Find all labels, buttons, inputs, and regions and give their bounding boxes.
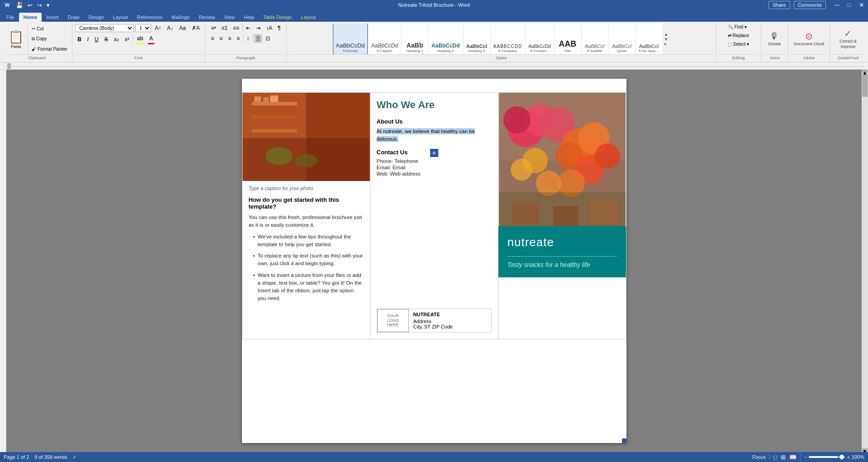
web-layout-view-button[interactable]: ⊞ bbox=[781, 454, 786, 461]
logo-placeholder[interactable]: YOUR LOGO HERE bbox=[377, 309, 409, 332]
replace-button[interactable]: ⇄ Replace bbox=[726, 32, 751, 39]
about-text[interactable]: At nutreate, we believe that healthy can… bbox=[377, 128, 492, 143]
share-button[interactable]: Share bbox=[768, 1, 790, 9]
italic-button[interactable]: I bbox=[85, 35, 91, 44]
bullet-item-2[interactable]: • To replace any tip text (such as this)… bbox=[249, 252, 364, 268]
tab-insert[interactable]: Insert bbox=[42, 13, 63, 22]
font-size-select[interactable]: 11 bbox=[135, 24, 151, 32]
close-button[interactable]: ✕ bbox=[859, 1, 864, 9]
document-cloud-button[interactable]: ⊙ Document Cloud bbox=[791, 30, 827, 48]
style-nospace-button[interactable]: AaBbCcI ¶ No Spac... bbox=[636, 24, 662, 54]
correct-improve-button[interactable]: ✓ Correct & Improve bbox=[837, 28, 859, 50]
style-subtitle-button[interactable]: AaBbCcI ¶ Subtitle bbox=[582, 24, 608, 54]
font-family-select[interactable]: Cambria (Body) bbox=[75, 24, 134, 32]
font-color-button[interactable]: A bbox=[147, 34, 156, 43]
justify-button[interactable]: ≡ bbox=[234, 34, 242, 43]
style-normal-button[interactable]: AaBbCcDd ¶ Normal bbox=[333, 24, 367, 54]
sort-button[interactable]: ↕A bbox=[264, 24, 275, 33]
style-caption-button[interactable]: AaBbCcDd ¶ Caption bbox=[369, 24, 401, 54]
tab-tabledesign[interactable]: Table Design bbox=[259, 13, 297, 22]
zoom-in-button[interactable]: + bbox=[847, 454, 849, 460]
shading-button[interactable]: ▒ bbox=[254, 34, 262, 43]
subscript-button[interactable]: x₂ bbox=[112, 35, 121, 44]
zoom-out-button[interactable]: − bbox=[804, 454, 807, 460]
print-layout-view-button[interactable]: □ bbox=[773, 454, 777, 461]
read-mode-button[interactable]: 📖 bbox=[789, 454, 797, 461]
question-heading[interactable]: How do you get started with this templat… bbox=[249, 196, 364, 210]
comments-button[interactable]: Comments bbox=[794, 1, 826, 9]
tab-draw[interactable]: Draw bbox=[63, 13, 84, 22]
minimize-button[interactable]: ─ bbox=[835, 1, 840, 9]
zoom-slider-track[interactable] bbox=[809, 456, 845, 458]
format-painter-button[interactable]: 🖌 Format Painter bbox=[30, 46, 69, 52]
zoom-slider-thumb[interactable] bbox=[840, 455, 844, 459]
strikethrough-button[interactable]: S bbox=[102, 35, 110, 44]
align-right-button[interactable]: ≡ bbox=[226, 34, 233, 43]
font-size-increase-button[interactable]: A↑ bbox=[152, 24, 163, 33]
copy-button[interactable]: ⧉ Copy bbox=[30, 35, 69, 43]
tab-view[interactable]: View bbox=[219, 13, 239, 22]
styles-scroll-down[interactable]: ▼ bbox=[664, 37, 669, 42]
increase-indent-button[interactable]: ⇥ bbox=[254, 24, 263, 33]
redo-qat-button[interactable]: ↪ bbox=[36, 1, 43, 10]
bullet-item-3[interactable]: • Want to insert a picture from your fil… bbox=[249, 271, 364, 303]
find-button[interactable]: 🔍 Find ▾ bbox=[726, 24, 749, 30]
tab-references[interactable]: References bbox=[133, 13, 167, 22]
tab-help[interactable]: Help bbox=[239, 13, 259, 22]
style-heading3-button[interactable]: AaBbCcI Heading 3 bbox=[464, 24, 490, 54]
bullet-item-1[interactable]: • We've included a few tips throughout t… bbox=[249, 233, 364, 249]
numbering-button[interactable]: ≡1 bbox=[219, 24, 230, 33]
multilevel-list-button[interactable]: ≡≡ bbox=[231, 24, 242, 33]
footer-contact[interactable]: NUTREATE Address City, ST ZIP Code bbox=[409, 309, 457, 332]
borders-button[interactable]: ⊡ bbox=[263, 34, 272, 43]
about-us-heading[interactable]: About Us bbox=[377, 118, 492, 125]
clear-formatting-button[interactable]: ✗A bbox=[190, 24, 202, 33]
scrollbar-thumb[interactable] bbox=[862, 74, 868, 97]
scrollbar-down-button[interactable]: ▼ bbox=[862, 448, 868, 452]
photo-caption[interactable]: Type a caption for your photo bbox=[249, 186, 364, 191]
tab-mailings[interactable]: Mailings bbox=[167, 13, 194, 22]
text-highlight-button[interactable]: ab bbox=[135, 34, 146, 43]
brand-name[interactable]: nutreate bbox=[508, 235, 617, 249]
styles-scroll-up[interactable]: ▲ bbox=[664, 32, 669, 37]
bullets-button[interactable]: ≡• bbox=[209, 24, 218, 33]
select-button[interactable]: ⬚ Select ▾ bbox=[726, 41, 751, 48]
dictate-button[interactable]: 🎙 Dictate bbox=[765, 30, 783, 48]
customize-qat-button[interactable]: ▾ bbox=[45, 1, 51, 10]
tab-layout2[interactable]: Layout bbox=[296, 13, 320, 22]
show-formatting-button[interactable]: ¶ bbox=[275, 24, 283, 33]
web-item[interactable]: Web: Web address bbox=[377, 171, 492, 176]
style-title-button[interactable]: AAB Title bbox=[555, 24, 581, 54]
undo-qat-button[interactable]: ↩ bbox=[26, 1, 34, 10]
tab-review[interactable]: Review bbox=[194, 13, 219, 22]
page-resize-handle[interactable] bbox=[622, 438, 626, 443]
spelling-check-icon[interactable]: ✓ bbox=[72, 454, 76, 460]
paste-button[interactable]: 📋 Paste bbox=[5, 24, 28, 54]
tab-layout[interactable]: Layout bbox=[109, 13, 133, 22]
table-move-handle[interactable]: ⊕ bbox=[430, 149, 438, 157]
align-left-button[interactable]: ≡ bbox=[209, 34, 216, 43]
tab-file[interactable]: File bbox=[2, 13, 19, 22]
tagline[interactable]: Tasty snacks for a healthy life bbox=[508, 261, 617, 268]
who-we-are-heading[interactable]: Who We Are bbox=[377, 99, 492, 111]
align-center-button[interactable]: ≡ bbox=[217, 34, 225, 43]
cut-button[interactable]: ✂ Cut bbox=[30, 25, 69, 32]
style-company-button[interactable]: AABBCCDD ¶ Company bbox=[491, 24, 525, 54]
tab-home[interactable]: Home bbox=[19, 13, 42, 22]
vertical-scrollbar[interactable]: ▲ ▼ bbox=[862, 70, 868, 452]
save-qat-button[interactable]: 💾 bbox=[14, 1, 24, 10]
bold-button[interactable]: B bbox=[75, 35, 84, 44]
scrollbar-up-button[interactable]: ▲ bbox=[862, 70, 868, 73]
tab-design[interactable]: Design bbox=[84, 13, 108, 22]
focus-label[interactable]: Focus bbox=[752, 454, 766, 460]
styles-more[interactable]: ▾ bbox=[664, 42, 669, 47]
intro-text[interactable]: You can use this fresh, professional bro… bbox=[249, 214, 364, 229]
style-contact-button[interactable]: AaBbCcDd ¶ Contact... bbox=[526, 24, 553, 54]
phone-item[interactable]: Phone: Telephone bbox=[377, 158, 492, 164]
line-spacing-button[interactable]: ↕ bbox=[244, 34, 251, 43]
font-size-decrease-button[interactable]: A↓ bbox=[165, 24, 175, 33]
superscript-button[interactable]: x² bbox=[123, 35, 132, 44]
style-quote-button[interactable]: AaBbCcI Quote bbox=[609, 24, 635, 54]
change-case-button[interactable]: Aa bbox=[177, 24, 188, 33]
style-heading1-button[interactable]: AaBb Heading 1 bbox=[402, 24, 428, 54]
